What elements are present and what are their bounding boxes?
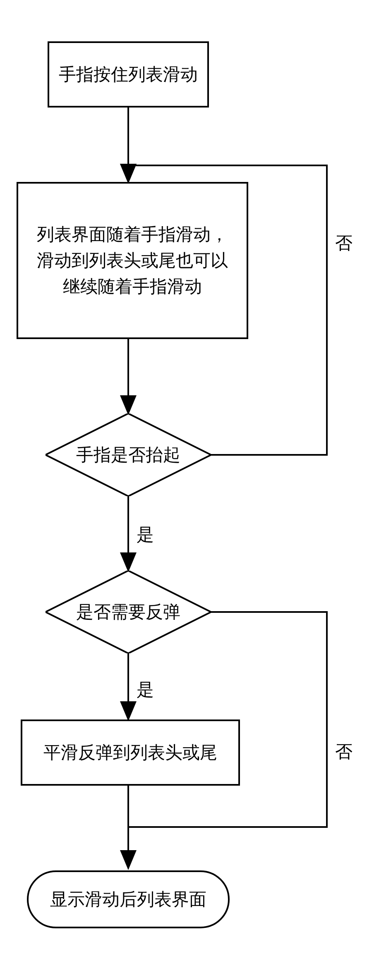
flowchart-end: 显示滑动后列表界面 xyxy=(27,870,230,928)
edge-label-yes-1: 是 xyxy=(137,523,154,546)
decision1-text: 手指是否抬起 xyxy=(46,414,211,496)
end-text: 显示滑动后列表界面 xyxy=(50,887,206,913)
edge-label-yes-2: 是 xyxy=(137,678,154,701)
process2-text: 平滑反弹到列表头或尾 xyxy=(43,740,217,766)
decision2-text: 是否需要反弹 xyxy=(46,571,211,653)
edge-label-no-2: 否 xyxy=(335,740,353,763)
start-text: 手指按住列表滑动 xyxy=(59,62,198,88)
flowchart-decision-finger-lift: 手指是否抬起 xyxy=(46,414,211,496)
flowchart-process-rebound: 平滑反弹到列表头或尾 xyxy=(21,719,240,786)
flowchart-start: 手指按住列表滑动 xyxy=(48,41,209,108)
flowchart-decision-rebound: 是否需要反弹 xyxy=(46,571,211,653)
edge-label-no-1: 否 xyxy=(335,232,353,255)
flowchart-process-scroll: 列表界面随着手指滑动， 滑动到列表头或尾也可以 继续随着手指滑动 xyxy=(17,182,248,339)
process1-text: 列表界面随着手指滑动， 滑动到列表头或尾也可以 继续随着手指滑动 xyxy=(37,222,228,300)
